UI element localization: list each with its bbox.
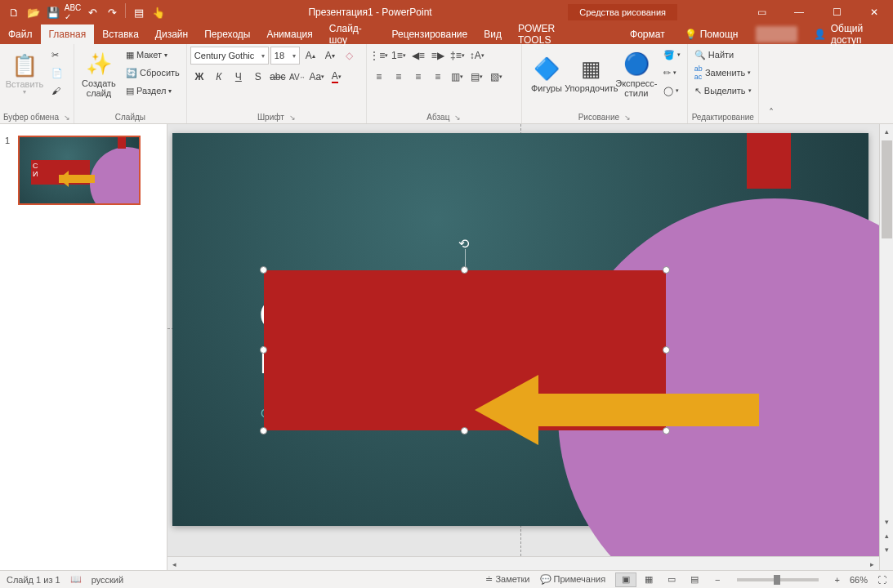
maximize-icon[interactable]: ☐ (818, 0, 855, 24)
font-name-combo[interactable]: Century Gothic▾ (190, 47, 269, 65)
char-spacing-button[interactable]: AV↔ (288, 68, 306, 86)
shadow-button[interactable]: S (249, 68, 267, 86)
indent-dec-button[interactable]: ◀≡ (409, 47, 427, 65)
undo-icon[interactable]: ↶ (83, 3, 101, 21)
zoom-thumb[interactable] (774, 575, 780, 585)
text-direction-button[interactable]: ↕A▾ (468, 47, 486, 65)
format-painter-button[interactable]: 🖌 (48, 82, 66, 99)
copy-button[interactable]: 📄 (48, 65, 66, 81)
ribbon-display-icon[interactable]: ▭ (743, 0, 780, 24)
tab-review[interactable]: Рецензирование (384, 24, 476, 44)
shapes-button[interactable]: 🔷Фигуры (525, 47, 568, 104)
zoom-in-button[interactable]: + (835, 575, 840, 585)
reset-button[interactable]: 🔄Сбросить (123, 65, 183, 81)
normal-view-button[interactable]: ▣ (615, 572, 636, 587)
slide-canvas[interactable]: СИ CO ⟲ (172, 133, 868, 526)
close-icon[interactable]: ✕ (855, 0, 893, 24)
touch-mode-icon[interactable]: 👆 (150, 3, 167, 21)
spell-status-icon[interactable]: 📖 (70, 574, 82, 585)
user-account[interactable] (756, 26, 797, 42)
bold-button[interactable]: Ж (190, 68, 208, 86)
drawing-launcher[interactable]: ↘ (624, 114, 631, 122)
zoom-level[interactable]: 66% (850, 575, 868, 585)
scroll-right-icon[interactable]: ▸ (865, 557, 879, 570)
yellow-arrow-shape[interactable] (475, 375, 759, 445)
save-icon[interactable]: 💾 (44, 3, 62, 21)
italic-button[interactable]: К (210, 68, 228, 86)
indent-inc-button[interactable]: ≡▶ (429, 47, 447, 65)
slide-editor[interactable]: СИ CO ⟲ ▴ ▾ (167, 124, 893, 570)
prev-slide-icon[interactable]: ▴ (880, 528, 893, 542)
slideshow-view-button[interactable]: ▤ (684, 572, 705, 587)
layout-button[interactable]: ▦Макет▾ (123, 47, 183, 63)
columns-button[interactable]: ▥▾ (449, 68, 467, 86)
select-button[interactable]: ↖Выделить▾ (691, 82, 755, 99)
resize-handle-n[interactable] (461, 266, 468, 274)
slide-thumbnail-1[interactable]: С И (18, 136, 141, 205)
arrange-button[interactable]: ▦Упорядочить (570, 47, 613, 104)
clear-format-button[interactable]: ◇ (341, 47, 359, 65)
scroll-thumb-v[interactable] (882, 140, 892, 238)
strike-button[interactable]: abc (269, 68, 287, 86)
notes-button[interactable]: ≐ Заметки (485, 574, 529, 585)
font-color-button[interactable]: A▾ (328, 68, 346, 86)
section-button[interactable]: ▤Раздел▾ (123, 82, 183, 99)
shape-outline-button[interactable]: ✏▾ (660, 65, 684, 81)
collapse-ribbon-button[interactable]: ˄ (759, 44, 784, 123)
bullets-button[interactable]: ⋮≡▾ (370, 47, 388, 65)
next-slide-icon[interactable]: ▾ (880, 542, 893, 556)
slide-counter[interactable]: Слайд 1 из 1 (7, 575, 60, 585)
resize-handle-nw[interactable] (260, 266, 267, 274)
zoom-out-button[interactable]: − (715, 575, 720, 585)
quick-styles-button[interactable]: 🔵Экспресс- стили (615, 47, 658, 104)
align-center-button[interactable]: ≡ (390, 68, 408, 86)
language-status[interactable]: русский (92, 575, 123, 585)
minimize-icon[interactable]: — (780, 0, 818, 24)
tab-design[interactable]: Дизайн (147, 24, 196, 44)
resize-handle-ne[interactable] (663, 266, 670, 274)
font-size-combo[interactable]: 18▾ (270, 47, 300, 65)
smartart-button[interactable]: ▧▾ (488, 68, 506, 86)
tab-powertools[interactable]: POWER TOOLS (510, 24, 592, 44)
resize-handle-sw[interactable] (260, 427, 267, 434)
from-beginning-icon[interactable]: ▤ (130, 3, 148, 21)
underline-button[interactable]: Ч (230, 68, 248, 86)
paste-button[interactable]: 📋 Вставить ▾ (3, 47, 46, 104)
shape-fill-button[interactable]: 🪣▾ (660, 47, 684, 63)
open-file-icon[interactable]: 📂 (25, 3, 42, 21)
new-slide-button[interactable]: ✨ Создать слайд (78, 47, 120, 104)
resize-handle-e[interactable] (663, 346, 670, 354)
align-text-button[interactable]: ▤▾ (468, 68, 486, 86)
new-file-icon[interactable]: 🗋 (5, 3, 23, 21)
scroll-down-icon[interactable]: ▾ (880, 514, 893, 528)
cut-button[interactable]: ✂ (48, 47, 66, 63)
tab-animation[interactable]: Анимация (258, 24, 320, 44)
horizontal-scrollbar[interactable]: ◂ ▸ (167, 556, 879, 570)
reading-view-button[interactable]: ▭ (661, 572, 682, 587)
justify-button[interactable]: ≡ (429, 68, 447, 86)
font-launcher[interactable]: ↘ (289, 114, 296, 122)
numbering-button[interactable]: 1≡▾ (390, 47, 408, 65)
replace-button[interactable]: abacЗаменить▾ (691, 65, 755, 81)
spellcheck-icon[interactable]: ABC✓ (64, 3, 82, 21)
align-left-button[interactable]: ≡ (370, 68, 388, 86)
align-right-button[interactable]: ≡ (409, 68, 427, 86)
tab-slideshow[interactable]: Слайд-шоу (321, 24, 384, 44)
share-button[interactable]: 👤Общий доступ (804, 23, 893, 46)
tab-home[interactable]: Главная (41, 24, 95, 44)
tab-file[interactable]: Файл (0, 24, 41, 44)
shrink-font-button[interactable]: A▾ (321, 47, 339, 65)
sorter-view-button[interactable]: ▦ (638, 572, 659, 587)
tell-me[interactable]: 💡Помощн (673, 29, 750, 40)
paragraph-launcher[interactable]: ↘ (454, 114, 461, 122)
resize-handle-w[interactable] (260, 346, 267, 354)
change-case-button[interactable]: Aa▾ (308, 68, 326, 86)
scroll-up-icon[interactable]: ▴ (880, 124, 893, 138)
clipboard-launcher[interactable]: ↘ (64, 114, 70, 122)
shape-effects-button[interactable]: ◯▾ (660, 82, 684, 99)
find-button[interactable]: 🔍Найти (691, 47, 755, 63)
tab-format[interactable]: Формат (622, 24, 673, 44)
tab-transitions[interactable]: Переходы (196, 24, 258, 44)
resize-handle-s[interactable] (461, 427, 468, 434)
fit-window-button[interactable]: ⛶ (877, 575, 886, 585)
